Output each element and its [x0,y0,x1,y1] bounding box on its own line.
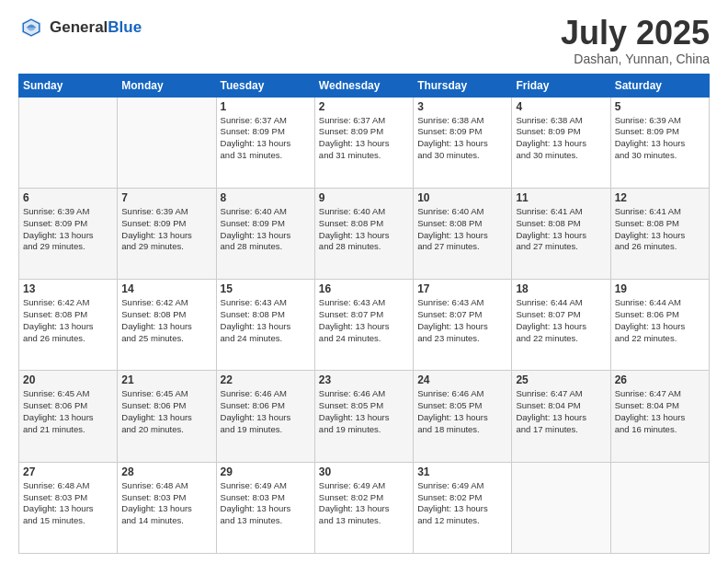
day-info: Sunrise: 6:42 AM Sunset: 8:08 PM Dayligh… [23,297,113,344]
logo-text: GeneralBlue [50,18,142,37]
day-number: 27 [23,465,113,478]
day-number: 28 [121,465,211,478]
day-cell-16: 16Sunrise: 6:43 AM Sunset: 8:07 PM Dayli… [314,280,413,371]
day-info: Sunrise: 6:45 AM Sunset: 8:06 PM Dayligh… [23,388,113,435]
day-info: Sunrise: 6:43 AM Sunset: 8:08 PM Dayligh… [221,297,311,344]
week-row-3: 20Sunrise: 6:45 AM Sunset: 8:06 PM Dayli… [19,371,710,462]
day-info: Sunrise: 6:39 AM Sunset: 8:09 PM Dayligh… [615,115,705,162]
day-cell-7: 7Sunrise: 6:39 AM Sunset: 8:09 PM Daylig… [118,188,216,279]
day-number: 19 [615,282,705,295]
day-cell-22: 22Sunrise: 6:46 AM Sunset: 8:06 PM Dayli… [216,371,314,462]
day-number: 26 [615,373,705,386]
day-cell-31: 31Sunrise: 6:49 AM Sunset: 8:02 PM Dayli… [414,462,512,553]
month-title: July 2025 [561,15,710,52]
day-info: Sunrise: 6:46 AM Sunset: 8:05 PM Dayligh… [417,388,507,435]
day-cell-11: 11Sunrise: 6:41 AM Sunset: 8:08 PM Dayli… [512,188,610,279]
day-number: 23 [319,373,409,386]
day-number: 6 [23,191,113,204]
day-cell-1: 1Sunrise: 6:37 AM Sunset: 8:09 PM Daylig… [216,97,314,188]
weekday-header-wednesday: Wednesday [314,74,413,97]
day-cell-9: 9Sunrise: 6:40 AM Sunset: 8:08 PM Daylig… [314,188,413,279]
day-number: 18 [516,282,606,295]
weekday-header-thursday: Thursday [414,74,512,97]
empty-cell [19,97,118,188]
day-number: 2 [319,100,409,113]
week-row-1: 6Sunrise: 6:39 AM Sunset: 8:09 PM Daylig… [19,188,710,279]
day-cell-6: 6Sunrise: 6:39 AM Sunset: 8:09 PM Daylig… [19,188,118,279]
day-info: Sunrise: 6:46 AM Sunset: 8:05 PM Dayligh… [319,388,409,435]
day-number: 7 [121,191,211,204]
day-number: 29 [221,465,311,478]
day-cell-14: 14Sunrise: 6:42 AM Sunset: 8:08 PM Dayli… [118,280,216,371]
logo-blue: Blue [108,18,142,36]
day-info: Sunrise: 6:49 AM Sunset: 8:02 PM Dayligh… [417,480,507,527]
day-number: 30 [319,465,409,478]
day-number: 8 [221,191,311,204]
empty-cell [512,462,610,553]
day-info: Sunrise: 6:43 AM Sunset: 8:07 PM Dayligh… [319,297,409,344]
day-number: 17 [417,282,507,295]
weekday-header-row: SundayMondayTuesdayWednesdayThursdayFrid… [19,74,710,97]
day-info: Sunrise: 6:37 AM Sunset: 8:09 PM Dayligh… [319,115,409,162]
day-cell-3: 3Sunrise: 6:38 AM Sunset: 8:09 PM Daylig… [414,97,512,188]
day-info: Sunrise: 6:47 AM Sunset: 8:04 PM Dayligh… [516,388,606,435]
day-cell-21: 21Sunrise: 6:45 AM Sunset: 8:06 PM Dayli… [118,371,216,462]
day-info: Sunrise: 6:40 AM Sunset: 8:09 PM Dayligh… [221,206,311,253]
day-cell-10: 10Sunrise: 6:40 AM Sunset: 8:08 PM Dayli… [414,188,512,279]
day-number: 21 [121,373,211,386]
day-cell-19: 19Sunrise: 6:44 AM Sunset: 8:06 PM Dayli… [610,280,709,371]
day-cell-23: 23Sunrise: 6:46 AM Sunset: 8:05 PM Dayli… [314,371,413,462]
day-number: 15 [221,282,311,295]
day-cell-4: 4Sunrise: 6:38 AM Sunset: 8:09 PM Daylig… [512,97,610,188]
day-number: 9 [319,191,409,204]
day-number: 5 [615,100,705,113]
day-number: 13 [23,282,113,295]
title-block: July 2025 Dashan, Yunnan, China [561,15,710,66]
weekday-header-saturday: Saturday [610,74,709,97]
day-info: Sunrise: 6:44 AM Sunset: 8:06 PM Dayligh… [615,297,705,344]
day-number: 4 [516,100,606,113]
empty-cell [118,97,216,188]
day-info: Sunrise: 6:47 AM Sunset: 8:04 PM Dayligh… [615,388,705,435]
week-row-4: 27Sunrise: 6:48 AM Sunset: 8:03 PM Dayli… [19,462,710,553]
day-info: Sunrise: 6:44 AM Sunset: 8:07 PM Dayligh… [516,297,606,344]
logo-general: General [50,18,108,36]
day-cell-26: 26Sunrise: 6:47 AM Sunset: 8:04 PM Dayli… [610,371,709,462]
day-cell-5: 5Sunrise: 6:39 AM Sunset: 8:09 PM Daylig… [610,97,709,188]
day-info: Sunrise: 6:39 AM Sunset: 8:09 PM Dayligh… [121,206,211,253]
weekday-header-friday: Friday [512,74,610,97]
weekday-header-tuesday: Tuesday [216,74,314,97]
day-cell-27: 27Sunrise: 6:48 AM Sunset: 8:03 PM Dayli… [19,462,118,553]
day-info: Sunrise: 6:38 AM Sunset: 8:09 PM Dayligh… [417,115,507,162]
day-number: 11 [516,191,606,204]
day-number: 12 [615,191,705,204]
day-cell-8: 8Sunrise: 6:40 AM Sunset: 8:09 PM Daylig… [216,188,314,279]
day-cell-25: 25Sunrise: 6:47 AM Sunset: 8:04 PM Dayli… [512,371,610,462]
day-number: 10 [417,191,507,204]
day-cell-29: 29Sunrise: 6:49 AM Sunset: 8:03 PM Dayli… [216,462,314,553]
day-info: Sunrise: 6:42 AM Sunset: 8:08 PM Dayligh… [121,297,211,344]
calendar-table: SundayMondayTuesdayWednesdayThursdayFrid… [18,74,710,554]
weekday-header-sunday: Sunday [19,74,118,97]
day-cell-28: 28Sunrise: 6:48 AM Sunset: 8:03 PM Dayli… [118,462,216,553]
day-info: Sunrise: 6:43 AM Sunset: 8:07 PM Dayligh… [417,297,507,344]
day-info: Sunrise: 6:48 AM Sunset: 8:03 PM Dayligh… [23,480,113,527]
day-cell-2: 2Sunrise: 6:37 AM Sunset: 8:09 PM Daylig… [314,97,413,188]
empty-cell [610,462,709,553]
weekday-header-monday: Monday [118,74,216,97]
day-number: 16 [319,282,409,295]
day-number: 20 [23,373,113,386]
day-cell-17: 17Sunrise: 6:43 AM Sunset: 8:07 PM Dayli… [414,280,512,371]
day-info: Sunrise: 6:46 AM Sunset: 8:06 PM Dayligh… [221,388,311,435]
day-cell-30: 30Sunrise: 6:49 AM Sunset: 8:02 PM Dayli… [314,462,413,553]
day-info: Sunrise: 6:41 AM Sunset: 8:08 PM Dayligh… [516,206,606,253]
day-info: Sunrise: 6:49 AM Sunset: 8:02 PM Dayligh… [319,480,409,527]
day-cell-20: 20Sunrise: 6:45 AM Sunset: 8:06 PM Dayli… [19,371,118,462]
day-cell-18: 18Sunrise: 6:44 AM Sunset: 8:07 PM Dayli… [512,280,610,371]
day-info: Sunrise: 6:39 AM Sunset: 8:09 PM Dayligh… [23,206,113,253]
day-info: Sunrise: 6:45 AM Sunset: 8:06 PM Dayligh… [121,388,211,435]
day-number: 31 [417,465,507,478]
header: GeneralBlue July 2025 Dashan, Yunnan, Ch… [18,15,710,66]
day-number: 24 [417,373,507,386]
day-info: Sunrise: 6:40 AM Sunset: 8:08 PM Dayligh… [319,206,409,253]
